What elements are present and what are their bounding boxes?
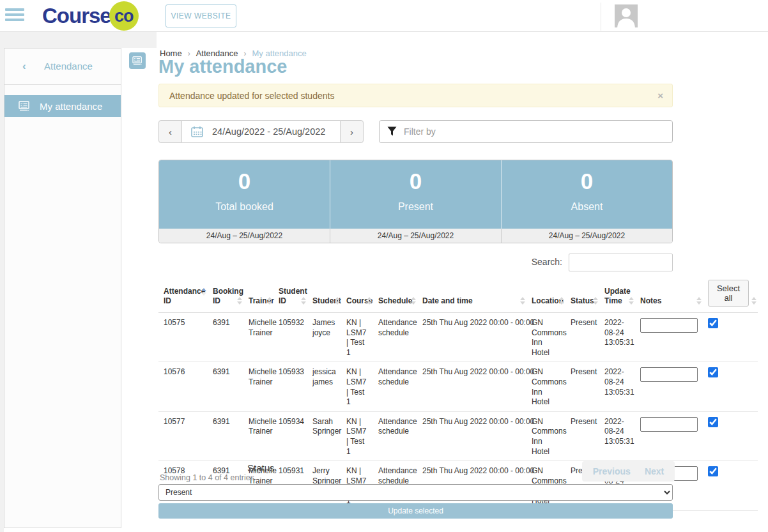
logo-text: Course [42, 4, 111, 28]
col-status[interactable]: Status [565, 277, 599, 313]
sort-icon [411, 297, 416, 305]
col-course[interactable]: Course [341, 277, 373, 313]
cell-location: GN Commons Inn Hotel [526, 313, 565, 362]
pagination: Previous Next [582, 461, 675, 482]
cell-trainer: Michelle Trainer [243, 362, 273, 411]
cell-notes [635, 362, 703, 411]
stat-value: 0 [159, 169, 330, 194]
search-input[interactable] [569, 254, 673, 271]
cell-booking-id: 6391 [208, 411, 243, 460]
attendance-list-icon [132, 56, 143, 66]
cell-status: Present [565, 362, 599, 411]
notes-input[interactable] [640, 417, 698, 432]
col-student[interactable]: Student [307, 277, 341, 313]
controls-row: ‹ 24/Aug/2022 - 25/Aug/2022 › [158, 120, 673, 143]
cell-student: Sarah Springer [307, 411, 341, 460]
cell-schedule: Attendance schedule [373, 313, 417, 362]
sidebar-item-my-attendance[interactable]: My attendance [4, 95, 121, 117]
header-divider [601, 3, 601, 31]
sort-icon [267, 297, 272, 305]
stats-cards: 0 Total booked 0 Present 0 Absent [159, 160, 672, 229]
date-range-display[interactable]: 24/Aug/2022 - 25/Aug/2022 [182, 120, 340, 143]
view-website-button[interactable]: VIEW WEBSITE [165, 4, 236, 27]
stat-absent: 0 Absent [501, 160, 672, 229]
calendar-icon [191, 126, 203, 137]
table-header-row: Attendance ID Booking ID Trainer Student… [158, 277, 758, 313]
cell-booking-id: 6391 [208, 313, 243, 362]
col-location[interactable]: Location [526, 277, 565, 313]
notes-input[interactable] [640, 367, 698, 382]
sidebar-item-label: My attendance [40, 101, 102, 112]
notes-input[interactable] [640, 318, 698, 333]
date-range-value: 24/Aug/2022 - 25/Aug/2022 [212, 126, 325, 137]
filter-icon [387, 126, 397, 136]
hamburger-menu-icon[interactable] [5, 8, 24, 24]
entries-info: Showing 1 to 4 of 4 entries [160, 473, 254, 482]
stat-value: 0 [330, 169, 501, 194]
cell-booking-id: 6391 [208, 362, 243, 411]
cell-student-id: 105934 [273, 411, 307, 460]
update-selected-button[interactable]: Update selected [158, 503, 673, 519]
row-checkbox[interactable] [708, 417, 718, 427]
table-row: 10575 6391 Michelle Trainer 105932 James… [158, 313, 758, 362]
sort-icon [367, 297, 372, 305]
sort-icon [201, 288, 206, 296]
col-update-time[interactable]: Update Time [599, 277, 635, 313]
sidebar-section-title: Attendance [44, 61, 93, 72]
sort-icon [629, 297, 634, 305]
row-checkbox[interactable] [708, 367, 718, 377]
sort-icon [301, 297, 306, 305]
stat-range: 24/Aug – 25/Aug/2022 [501, 229, 672, 243]
search-label: Search: [532, 257, 562, 267]
col-select-all: Select all [703, 277, 758, 313]
cell-location: GN Commons Inn Hotel [526, 362, 565, 411]
col-schedule[interactable]: Schedule [373, 277, 417, 313]
row-checkbox[interactable] [708, 318, 718, 328]
sort-icon [237, 297, 242, 305]
cell-location: GN Commons Inn Hotel [526, 411, 565, 460]
col-date-and-time[interactable]: Date and time [417, 277, 526, 313]
attendance-list-icon [19, 101, 31, 112]
sidebar-toggle-button[interactable] [129, 52, 146, 69]
cell-datetime: 25th Thu Aug 2022 00:00 - 00:00 [417, 411, 526, 460]
stat-total-booked: 0 Total booked [159, 160, 330, 229]
date-prev-button[interactable]: ‹ [158, 120, 182, 143]
close-icon[interactable]: × [657, 90, 663, 101]
cell-update-time: 2022-08-24 13:05:31 [599, 362, 635, 411]
sort-icon [593, 297, 598, 305]
cell-course: KN | LSM7 | Test 1 [341, 411, 373, 460]
col-attendance-id[interactable]: Attendance ID [158, 277, 208, 313]
logo-badge: co [109, 1, 139, 31]
stats-panel: 0 Total booked 0 Present 0 Absent 24/Aug… [158, 160, 673, 243]
sort-icon [751, 297, 756, 305]
cell-update-time: 2022-08-24 13:05:31 [599, 411, 635, 460]
date-next-button[interactable]: › [340, 120, 364, 143]
status-label: Status [247, 462, 275, 473]
top-header: Course co VIEW WEBSITE [0, 0, 768, 32]
cell-datetime: 25th Thu Aug 2022 00:00 - 00:00 [417, 362, 526, 411]
cell-student-id: 105932 [273, 313, 307, 362]
row-checkbox[interactable] [708, 466, 718, 476]
cell-student: James joyce [307, 313, 341, 362]
user-avatar-icon[interactable] [615, 4, 638, 27]
chevron-left-icon: ‹ [22, 60, 26, 73]
cell-course: KN | LSM7 | Test 1 [341, 313, 373, 362]
col-notes[interactable]: Notes [635, 277, 703, 313]
sort-icon [696, 297, 702, 305]
table-row: 10576 6391 Michelle Trainer 105933 jessi… [158, 362, 758, 411]
date-range-picker: ‹ 24/Aug/2022 - 25/Aug/2022 › [158, 120, 364, 143]
next-button[interactable]: Next [645, 466, 664, 476]
select-all-button[interactable]: Select all [708, 280, 749, 307]
previous-button[interactable]: Previous [593, 466, 631, 476]
sort-icon [520, 297, 525, 305]
col-student-id[interactable]: Student ID [273, 277, 307, 313]
col-trainer[interactable]: Trainer [243, 277, 273, 313]
cell-student: jessica james [307, 362, 341, 411]
sort-icon [335, 297, 340, 305]
col-booking-id[interactable]: Booking ID [208, 277, 243, 313]
filter-input[interactable] [379, 120, 673, 143]
app-logo[interactable]: Course co [42, 1, 139, 31]
sidebar-back[interactable]: ‹ Attendance [4, 49, 121, 85]
cell-schedule: Attendance schedule [373, 411, 417, 460]
status-select[interactable]: Present [158, 484, 673, 501]
